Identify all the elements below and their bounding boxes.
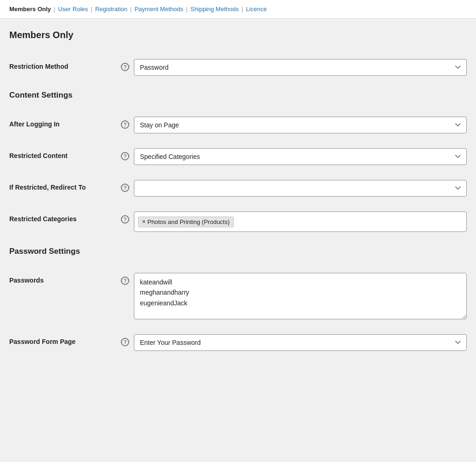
passwords-label: Passwords xyxy=(9,277,44,284)
password-settings-title: Password Settings xyxy=(9,247,467,256)
after-logging-in-row: After Logging In ? Stay on Page Redirect… xyxy=(9,109,467,141)
restriction-method-help-icon[interactable]: ? xyxy=(121,63,129,71)
password-form-page-label: Password Form Page xyxy=(9,338,75,345)
if-restricted-redirect-label-cell: If Restricted, Redirect To xyxy=(9,180,121,191)
if-restricted-redirect-select[interactable]: Login Page Home Page Custom URL xyxy=(134,180,467,197)
content-settings-title: Content Settings xyxy=(9,91,467,100)
if-restricted-redirect-row: If Restricted, Redirect To ? Login Page … xyxy=(9,172,467,204)
nav-sep-4: | xyxy=(186,6,187,13)
restricted-categories-help-icon[interactable]: ? xyxy=(121,215,129,224)
nav-sep-2: | xyxy=(91,6,92,13)
restricted-categories-label-cell: Restricted Categories xyxy=(9,211,121,223)
restricted-content-help-icon[interactable]: ? xyxy=(121,152,129,160)
nav-link-user-roles[interactable]: User Roles xyxy=(58,6,88,13)
page-wrapper: Members Only | User Roles | Registration… xyxy=(0,0,476,370)
restricted-categories-tags-input[interactable]: × Photos and Printing (Products) xyxy=(134,211,467,232)
tag-label: Photos and Printing (Products) xyxy=(147,218,230,225)
nav-link-registration[interactable]: Registration xyxy=(95,6,127,13)
nav-link-payment-methods[interactable]: Payment Methods xyxy=(134,6,183,13)
tag-remove-button[interactable]: × xyxy=(142,218,145,225)
passwords-control: ? kateandwill meghanandharry eugenieandJ… xyxy=(121,273,467,319)
page-title: Members Only xyxy=(9,30,467,40)
nav-sep-3: | xyxy=(130,6,132,13)
password-form-page-help-icon[interactable]: ? xyxy=(121,338,129,346)
after-logging-in-help-icon[interactable]: ? xyxy=(121,120,129,129)
restricted-content-row: Restricted Content ? Specified Categorie… xyxy=(9,141,467,172)
restricted-categories-control: ? × Photos and Printing (Products) xyxy=(121,211,467,232)
password-form-page-control: ? Enter Your Password Custom Page Defaul… xyxy=(121,334,467,351)
restriction-method-label-cell: Restriction Method xyxy=(9,59,121,70)
passwords-help-icon[interactable]: ? xyxy=(121,277,129,285)
restriction-method-row: Restriction Method ? Password Members On… xyxy=(9,52,467,83)
restricted-content-control: ? Specified Categories All Content Custo… xyxy=(121,148,467,165)
main-content: Members Only Restriction Method ? Passwo… xyxy=(0,19,476,370)
passwords-textarea[interactable]: kateandwill meghanandharry eugenieandJac… xyxy=(134,273,467,319)
if-restricted-redirect-label: If Restricted, Redirect To xyxy=(9,184,86,191)
password-form-page-label-cell: Password Form Page xyxy=(9,334,121,345)
after-logging-in-control: ? Stay on Page Redirect to Page Redirect… xyxy=(121,117,467,133)
restriction-method-label: Restriction Method xyxy=(9,63,68,70)
restricted-content-select[interactable]: Specified Categories All Content Custom xyxy=(134,148,467,165)
if-restricted-redirect-help-icon[interactable]: ? xyxy=(121,184,129,192)
restricted-content-label-cell: Restricted Content xyxy=(9,148,121,159)
restricted-categories-label: Restricted Categories xyxy=(9,215,77,223)
nav-bar: Members Only | User Roles | Registration… xyxy=(0,0,476,19)
nav-sep-5: | xyxy=(242,6,243,13)
restricted-content-label: Restricted Content xyxy=(9,152,67,159)
nav-link-shipping-methods[interactable]: Shipping Methods xyxy=(191,6,239,13)
nav-sep-1: | xyxy=(54,6,55,13)
password-form-page-row: Password Form Page ? Enter Your Password… xyxy=(9,327,467,358)
restricted-categories-row: Restricted Categories ? × Photos and Pri… xyxy=(9,204,467,239)
nav-item-members-only: Members Only xyxy=(9,6,51,13)
restriction-method-control: ? Password Members Only User Role xyxy=(121,59,467,76)
after-logging-in-label-cell: After Logging In xyxy=(9,117,121,128)
passwords-row: Passwords ? kateandwill meghanandharry e… xyxy=(9,265,467,327)
passwords-label-cell: Passwords xyxy=(9,273,121,284)
nav-link-licence[interactable]: Licence xyxy=(246,6,267,13)
after-logging-in-label: After Logging In xyxy=(9,120,60,128)
password-form-page-select[interactable]: Enter Your Password Custom Page Default … xyxy=(134,334,467,351)
restriction-method-select[interactable]: Password Members Only User Role xyxy=(134,59,467,76)
if-restricted-redirect-control: ? Login Page Home Page Custom URL xyxy=(121,180,467,197)
after-logging-in-select[interactable]: Stay on Page Redirect to Page Redirect t… xyxy=(134,117,467,133)
tag-photos-printing: × Photos and Printing (Products) xyxy=(138,217,234,227)
